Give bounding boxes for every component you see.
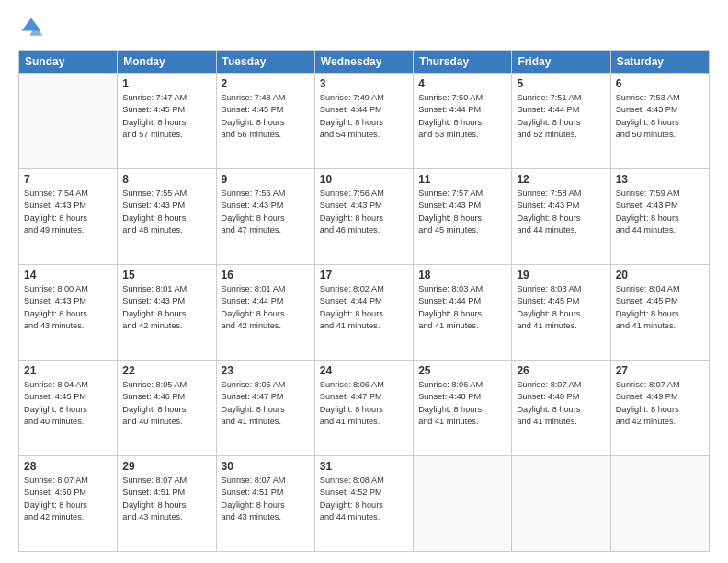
- calendar-cell: [414, 456, 512, 552]
- calendar-table: SundayMondayTuesdayWednesdayThursdayFrid…: [18, 50, 710, 552]
- day-info: Sunrise: 8:00 AMSunset: 4:43 PMDaylight:…: [24, 283, 112, 332]
- day-info: Sunrise: 8:06 AMSunset: 4:47 PMDaylight:…: [320, 379, 408, 428]
- weekday-header-sunday: Sunday: [19, 51, 118, 74]
- day-info: Sunrise: 7:55 AMSunset: 4:43 PMDaylight:…: [122, 188, 210, 236]
- day-info: Sunrise: 7:53 AMSunset: 4:43 PMDaylight:…: [616, 92, 704, 141]
- calendar-cell: 29Sunrise: 8:07 AMSunset: 4:51 PMDayligh…: [118, 456, 216, 552]
- weekday-header-wednesday: Wednesday: [314, 51, 413, 74]
- day-info: Sunrise: 7:58 AMSunset: 4:43 PMDaylight:…: [517, 188, 605, 236]
- calendar-cell: 20Sunrise: 8:04 AMSunset: 4:45 PMDayligh…: [610, 265, 709, 361]
- logo: [18, 15, 48, 40]
- week-row-4: 21Sunrise: 8:04 AMSunset: 4:45 PMDayligh…: [19, 361, 710, 456]
- day-info: Sunrise: 8:05 AMSunset: 4:46 PMDaylight:…: [122, 379, 210, 428]
- day-number: 25: [418, 364, 506, 377]
- calendar-cell: 30Sunrise: 8:07 AMSunset: 4:51 PMDayligh…: [216, 456, 314, 552]
- week-row-1: 1Sunrise: 7:47 AMSunset: 4:45 PMDaylight…: [19, 74, 710, 169]
- calendar-cell: 8Sunrise: 7:55 AMSunset: 4:43 PMDaylight…: [118, 169, 216, 265]
- day-info: Sunrise: 8:03 AMSunset: 4:45 PMDaylight:…: [517, 283, 605, 332]
- calendar-cell: 15Sunrise: 8:01 AMSunset: 4:43 PMDayligh…: [118, 265, 216, 361]
- day-number: 4: [418, 77, 506, 90]
- weekday-header-monday: Monday: [118, 51, 216, 74]
- calendar-cell: [610, 456, 709, 552]
- day-number: 15: [122, 269, 210, 282]
- day-info: Sunrise: 8:04 AMSunset: 4:45 PMDaylight:…: [616, 283, 704, 332]
- day-info: Sunrise: 7:56 AMSunset: 4:43 PMDaylight:…: [320, 188, 408, 236]
- day-info: Sunrise: 7:47 AMSunset: 4:45 PMDaylight:…: [122, 92, 210, 141]
- calendar-cell: 28Sunrise: 8:07 AMSunset: 4:50 PMDayligh…: [19, 456, 118, 552]
- day-info: Sunrise: 8:07 AMSunset: 4:51 PMDaylight:…: [222, 475, 310, 523]
- day-number: 8: [122, 173, 210, 186]
- day-number: 17: [320, 269, 408, 282]
- calendar-cell: 17Sunrise: 8:02 AMSunset: 4:44 PMDayligh…: [314, 265, 413, 361]
- calendar-cell: 3Sunrise: 7:49 AMSunset: 4:44 PMDaylight…: [314, 74, 413, 169]
- calendar-cell: 26Sunrise: 8:07 AMSunset: 4:48 PMDayligh…: [512, 361, 610, 456]
- day-info: Sunrise: 8:06 AMSunset: 4:48 PMDaylight:…: [418, 379, 506, 428]
- logo-icon: [18, 15, 44, 40]
- calendar-cell: 12Sunrise: 7:58 AMSunset: 4:43 PMDayligh…: [512, 169, 610, 265]
- day-number: 16: [222, 269, 310, 282]
- calendar-cell: 11Sunrise: 7:57 AMSunset: 4:43 PMDayligh…: [414, 169, 512, 265]
- day-info: Sunrise: 7:56 AMSunset: 4:43 PMDaylight:…: [222, 188, 310, 236]
- day-number: 14: [24, 269, 112, 282]
- page: SundayMondayTuesdayWednesdayThursdayFrid…: [0, 0, 728, 563]
- day-number: 20: [616, 269, 704, 282]
- day-info: Sunrise: 7:54 AMSunset: 4:43 PMDaylight:…: [24, 188, 112, 236]
- calendar-cell: [512, 456, 610, 552]
- week-row-3: 14Sunrise: 8:00 AMSunset: 4:43 PMDayligh…: [19, 265, 710, 361]
- calendar-cell: 14Sunrise: 8:00 AMSunset: 4:43 PMDayligh…: [19, 265, 118, 361]
- calendar-cell: 10Sunrise: 7:56 AMSunset: 4:43 PMDayligh…: [314, 169, 413, 265]
- calendar-cell: 5Sunrise: 7:51 AMSunset: 4:44 PMDaylight…: [512, 74, 610, 169]
- day-number: 26: [517, 364, 605, 377]
- day-info: Sunrise: 8:04 AMSunset: 4:45 PMDaylight:…: [24, 379, 112, 428]
- day-number: 7: [24, 173, 112, 186]
- week-row-5: 28Sunrise: 8:07 AMSunset: 4:50 PMDayligh…: [19, 456, 710, 552]
- day-info: Sunrise: 7:59 AMSunset: 4:43 PMDaylight:…: [616, 188, 704, 236]
- day-number: 22: [122, 364, 210, 377]
- calendar-cell: 9Sunrise: 7:56 AMSunset: 4:43 PMDaylight…: [216, 169, 314, 265]
- calendar-cell: 22Sunrise: 8:05 AMSunset: 4:46 PMDayligh…: [118, 361, 216, 456]
- calendar-cell: 21Sunrise: 8:04 AMSunset: 4:45 PMDayligh…: [19, 361, 118, 456]
- header: [18, 15, 710, 40]
- day-number: 19: [517, 269, 605, 282]
- day-info: Sunrise: 8:07 AMSunset: 4:51 PMDaylight:…: [122, 475, 210, 523]
- weekday-header-thursday: Thursday: [414, 51, 512, 74]
- weekday-header-tuesday: Tuesday: [216, 51, 314, 74]
- calendar-cell: 1Sunrise: 7:47 AMSunset: 4:45 PMDaylight…: [118, 74, 216, 169]
- day-info: Sunrise: 8:08 AMSunset: 4:52 PMDaylight:…: [320, 475, 408, 523]
- day-number: 9: [222, 173, 310, 186]
- day-number: 6: [616, 77, 704, 90]
- weekday-header-row: SundayMondayTuesdayWednesdayThursdayFrid…: [19, 51, 710, 74]
- day-info: Sunrise: 8:01 AMSunset: 4:44 PMDaylight:…: [222, 283, 310, 332]
- day-info: Sunrise: 8:07 AMSunset: 4:49 PMDaylight:…: [616, 379, 704, 428]
- day-info: Sunrise: 8:07 AMSunset: 4:48 PMDaylight:…: [517, 379, 605, 428]
- calendar-cell: 6Sunrise: 7:53 AMSunset: 4:43 PMDaylight…: [610, 74, 709, 169]
- day-number: 5: [517, 77, 605, 90]
- day-info: Sunrise: 8:05 AMSunset: 4:47 PMDaylight:…: [222, 379, 310, 428]
- calendar-cell: 16Sunrise: 8:01 AMSunset: 4:44 PMDayligh…: [216, 265, 314, 361]
- day-info: Sunrise: 7:50 AMSunset: 4:44 PMDaylight:…: [418, 92, 506, 141]
- day-number: 1: [122, 77, 210, 90]
- day-number: 27: [616, 364, 704, 377]
- day-number: 31: [320, 460, 408, 473]
- day-info: Sunrise: 8:01 AMSunset: 4:43 PMDaylight:…: [122, 283, 210, 332]
- day-number: 11: [418, 173, 506, 186]
- calendar-cell: [19, 74, 118, 169]
- day-number: 21: [24, 364, 112, 377]
- day-info: Sunrise: 8:02 AMSunset: 4:44 PMDaylight:…: [320, 283, 408, 332]
- day-number: 3: [320, 77, 408, 90]
- calendar-cell: 25Sunrise: 8:06 AMSunset: 4:48 PMDayligh…: [414, 361, 512, 456]
- calendar-cell: 4Sunrise: 7:50 AMSunset: 4:44 PMDaylight…: [414, 74, 512, 169]
- day-number: 12: [517, 173, 605, 186]
- day-number: 29: [122, 460, 210, 473]
- day-number: 28: [24, 460, 112, 473]
- day-info: Sunrise: 8:07 AMSunset: 4:50 PMDaylight:…: [24, 475, 112, 523]
- calendar-cell: 13Sunrise: 7:59 AMSunset: 4:43 PMDayligh…: [610, 169, 709, 265]
- day-number: 13: [616, 173, 704, 186]
- calendar-cell: 27Sunrise: 8:07 AMSunset: 4:49 PMDayligh…: [610, 361, 709, 456]
- day-info: Sunrise: 8:03 AMSunset: 4:44 PMDaylight:…: [418, 283, 506, 332]
- day-number: 10: [320, 173, 408, 186]
- week-row-2: 7Sunrise: 7:54 AMSunset: 4:43 PMDaylight…: [19, 169, 710, 265]
- calendar-cell: 19Sunrise: 8:03 AMSunset: 4:45 PMDayligh…: [512, 265, 610, 361]
- day-number: 30: [222, 460, 310, 473]
- calendar-cell: 7Sunrise: 7:54 AMSunset: 4:43 PMDaylight…: [19, 169, 118, 265]
